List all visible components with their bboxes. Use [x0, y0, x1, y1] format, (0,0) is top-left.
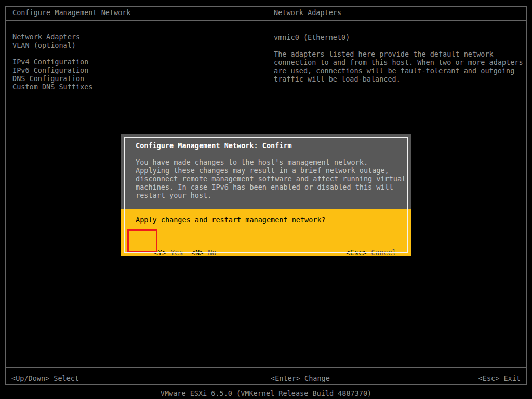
network-config-menu: Network AdaptersVLAN (optional)IPv4 Conf…: [12, 33, 92, 91]
statusbar-divider: [6, 367, 526, 368]
page-title: Configure Management Network: [12, 8, 131, 17]
description-line: are used, connections will be fault-tole…: [274, 66, 523, 75]
dialog-body-line: machines. In case IPv6 has been enabled …: [136, 183, 406, 191]
no-label: No: [208, 248, 216, 257]
click-target-annotation: [127, 229, 157, 252]
cancel-key-hint: <Esc>: [346, 248, 367, 257]
menu-item[interactable]: Network Adapters: [12, 33, 92, 41]
select-key-hint[interactable]: <Up/Down> Select: [11, 374, 79, 382]
menu-item[interactable]: IPv6 Configuration: [12, 66, 92, 74]
no-button[interactable]: <N>No: [166, 240, 216, 265]
version-footer: VMware ESXi 6.5.0 (VMKernel Release Buil…: [0, 389, 532, 397]
confirm-dialog: Configure Management Network: Confirm Yo…: [121, 134, 411, 256]
dialog-body: You have made changes to the host's mana…: [136, 158, 406, 200]
menu-item[interactable]: IPv4 Configuration: [12, 58, 92, 66]
exit-key-hint[interactable]: <Esc> Exit: [478, 374, 521, 382]
no-key-hint: <N>: [191, 248, 204, 257]
description-line: connection to and from this host. When t…: [274, 58, 523, 66]
cancel-label: Cancel: [371, 248, 396, 257]
change-key-hint[interactable]: <Enter> Change: [271, 374, 330, 382]
dialog-body-line: Applying these changes may result in a b…: [136, 166, 406, 175]
dialog-body-line: You have made changes to the host's mana…: [136, 158, 406, 166]
dialog-title: Configure Management Network: Confirm: [136, 141, 292, 150]
esxi-dcui-screen: Configure Management Network Network Ada…: [0, 0, 532, 399]
menu-item[interactable]: VLAN (optional): [12, 41, 92, 49]
adapter-name: vmnic0 (Ethernet0): [274, 33, 350, 42]
dialog-body-line: disconnect remote management software an…: [136, 175, 406, 183]
header-divider: [6, 20, 526, 21]
menu-item[interactable]: DNS Configuration: [12, 74, 92, 83]
dialog-body-line: restart your host.: [136, 191, 406, 200]
menu-item[interactable]: Custom DNS Suffixes: [12, 83, 92, 91]
description-line: traffic will be load-balanced.: [274, 75, 523, 83]
section-title: Network Adapters: [274, 8, 341, 17]
adapter-description: The adapters listed here provide the def…: [274, 50, 523, 83]
cancel-button[interactable]: <Esc>Cancel: [321, 240, 396, 265]
dialog-question: Apply changes and restart management net…: [136, 216, 326, 224]
description-line: The adapters listed here provide the def…: [274, 50, 523, 58]
menu-item[interactable]: [12, 49, 92, 58]
